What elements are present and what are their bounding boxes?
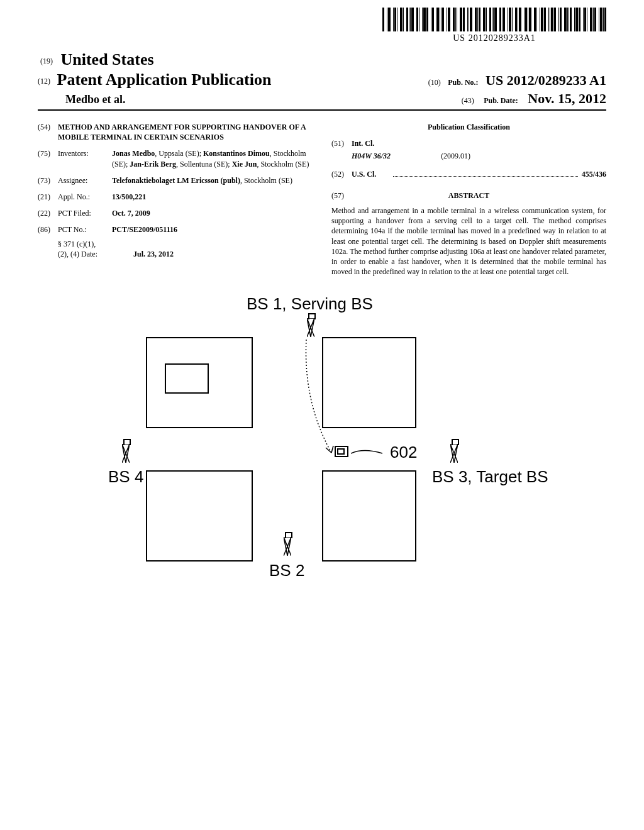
intcl-label: Int. Cl. xyxy=(352,138,389,148)
inventors-label: Inventors: xyxy=(58,148,112,169)
uscl-value: 455/436 xyxy=(582,169,606,179)
intcl-code: H04W 36/32 xyxy=(352,151,391,161)
inid-applno: (21) xyxy=(38,192,58,202)
leader-line xyxy=(351,449,389,458)
pctno-label: PCT No.: xyxy=(58,224,112,235)
country-name: United States xyxy=(61,50,154,69)
inid-pubno: (10) xyxy=(428,78,441,87)
intcl-edition: (2009.01) xyxy=(441,151,470,161)
bibliographic-data: (54) METHOD AND ARRANGEMENT FOR SUPPORTI… xyxy=(38,122,606,277)
building-box xyxy=(322,470,416,562)
pub-date-block: (43) Pub. Date: Nov. 15, 2012 xyxy=(462,91,606,107)
trajectory-arrow xyxy=(272,340,347,465)
pctfiled-value: Oct. 7, 2009 xyxy=(112,208,313,218)
antenna-icon-bs4 xyxy=(119,439,132,465)
inventors-value: Jonas Medbo, Uppsala (SE); Konstantinos … xyxy=(112,148,313,169)
antenna-icon-bs3 xyxy=(448,439,460,465)
inid-assignee: (73) xyxy=(38,175,58,185)
fig-label-bs1: BS 1, Serving BS xyxy=(247,294,373,314)
pubdate-label: Pub. Date: xyxy=(484,96,518,105)
inid-pctno: (86) xyxy=(38,224,58,235)
barcode-text: US 20120289233A1 xyxy=(382,33,606,43)
barcode-region: US 20120289233A1 xyxy=(382,8,606,43)
country-line: (19) United States xyxy=(40,50,606,69)
abstract-body: Method and arrangement in a mobile termi… xyxy=(331,206,606,277)
patent-header: (19) United States (12) Patent Applicati… xyxy=(38,50,606,111)
inid-pubdate: (43) xyxy=(462,96,474,105)
fig-label-bs2: BS 2 xyxy=(269,561,304,580)
building-box xyxy=(146,470,253,562)
authors-line: Medbo et al. xyxy=(65,93,125,106)
patent-figure: BS 1, Serving BS BS 4 BS 3, Target BS 60… xyxy=(83,294,561,596)
applno-label: Appl. No.: xyxy=(58,192,112,202)
classification-heading: Publication Classification xyxy=(331,122,606,132)
building-window xyxy=(165,363,209,394)
pctno-value: PCT/SE2009/051116 xyxy=(112,224,313,235)
pubno-label: Pub. No.: xyxy=(448,78,478,87)
right-column: Publication Classification (51) Int. Cl.… xyxy=(331,122,606,277)
abstract-heading: ABSTRACT xyxy=(331,191,606,201)
leader-dots xyxy=(393,176,578,177)
fig-label-bs3: BS 3, Target BS xyxy=(432,467,548,487)
pubdate-value: Nov. 15, 2012 xyxy=(528,91,606,106)
s371-value: Jul. 23, 2012 xyxy=(133,249,174,259)
inid-uscl: (52) xyxy=(331,169,352,179)
s371-label2: (2), (4) Date: xyxy=(58,249,112,259)
s371-label1: § 371 (c)(1), xyxy=(58,239,112,249)
inid-inventors: (75) xyxy=(38,148,58,169)
inid-title: (54) xyxy=(38,122,58,142)
antenna-icon-bs2 xyxy=(281,532,294,558)
antenna-icon-bs1 xyxy=(304,313,317,340)
inid-intcl: (51) xyxy=(331,138,352,148)
invention-title: METHOD AND ARRANGEMENT FOR SUPPORTING HA… xyxy=(58,122,313,142)
pubkind-text: Patent Application Publication xyxy=(57,70,272,89)
uscl-label: U.S. Cl. xyxy=(352,169,389,179)
barcode-graphic xyxy=(382,8,606,31)
assignee-label: Assignee: xyxy=(58,175,112,185)
left-column: (54) METHOD AND ARRANGEMENT FOR SUPPORTI… xyxy=(38,122,313,277)
inid-pctfiled: (22) xyxy=(38,208,58,218)
pub-no-block: (10) Pub. No.: US 2012/0289233 A1 xyxy=(428,72,606,89)
assignee-value: Telefonaktiebolaget LM Ericsson (publ), … xyxy=(112,175,313,185)
fig-label-bs4: BS 4 xyxy=(108,467,143,487)
reference-numeral-602: 602 xyxy=(390,443,417,462)
publication-kind: (12) Patent Application Publication xyxy=(38,70,271,89)
pctfiled-label: PCT Filed: xyxy=(58,208,112,218)
inid-pubkind: (12) xyxy=(38,77,50,86)
applno-value: 13/500,221 xyxy=(112,192,313,202)
pubno-value: US 2012/0289233 A1 xyxy=(486,72,606,88)
inid-country: (19) xyxy=(40,57,53,65)
